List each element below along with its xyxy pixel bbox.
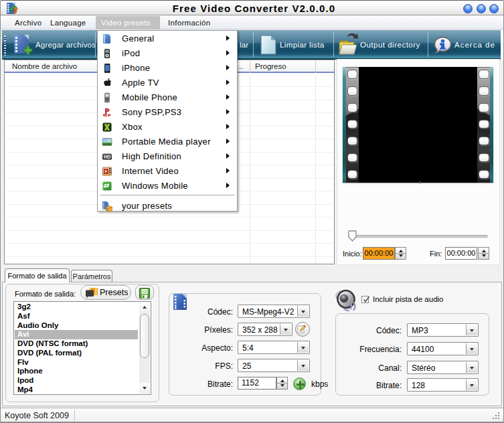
svg-text:HD: HD (104, 155, 111, 159)
